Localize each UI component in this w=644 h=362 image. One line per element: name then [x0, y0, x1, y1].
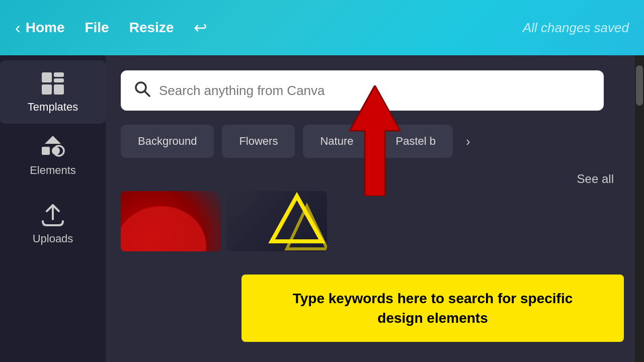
undo-button[interactable]: ↩: [194, 18, 207, 37]
home-label: Home: [26, 20, 65, 36]
file-button[interactable]: File: [85, 20, 109, 36]
see-all-row: See all: [121, 172, 629, 186]
svg-rect-5: [42, 147, 50, 155]
search-input[interactable]: [159, 83, 592, 99]
thumbnail-red: [121, 191, 221, 251]
sidebar-item-elements[interactable]: Elements: [0, 124, 106, 187]
chip-background[interactable]: Background: [121, 125, 214, 158]
content-panel: Background Flowers Nature Pastel b › See…: [106, 55, 644, 362]
search-bar[interactable]: [121, 70, 604, 111]
svg-rect-0: [42, 72, 52, 82]
thumbnail-yellow: [226, 191, 327, 251]
chips-row: Background Flowers Nature Pastel b ›: [121, 125, 629, 158]
svg-rect-2: [54, 78, 64, 82]
chip-nature[interactable]: Nature: [303, 125, 370, 158]
elements-label: Elements: [30, 164, 76, 177]
uploads-label: Uploads: [33, 232, 73, 245]
home-button[interactable]: ‹ Home: [15, 19, 64, 37]
header: ‹ Home File Resize ↩ All changes saved: [0, 0, 644, 55]
svg-rect-4: [54, 84, 64, 95]
scrollbar[interactable]: [635, 55, 644, 362]
main-area: Templates Elements Uploads: [0, 55, 644, 362]
chip-flowers[interactable]: Flowers: [222, 125, 295, 158]
sidebar: Templates Elements Uploads: [0, 55, 106, 362]
search-icon: [133, 79, 151, 102]
back-arrow-icon: ‹: [15, 19, 21, 37]
elements-icon: [40, 134, 66, 160]
resize-label: Resize: [129, 20, 174, 36]
chips-more-icon[interactable]: ›: [461, 129, 475, 154]
scrollbar-thumb: [636, 65, 643, 106]
svg-rect-3: [42, 84, 52, 95]
sidebar-item-uploads[interactable]: Uploads: [0, 192, 106, 255]
file-label: File: [85, 20, 109, 36]
save-status: All changes saved: [523, 20, 629, 36]
uploads-icon: [40, 202, 66, 228]
sidebar-item-templates[interactable]: Templates: [0, 60, 106, 124]
tooltip-box: Type keywords here to search for specifi…: [242, 275, 624, 342]
templates-icon: [40, 70, 66, 97]
thumbnails-area: [121, 191, 629, 251]
svg-rect-1: [54, 72, 64, 77]
resize-button[interactable]: Resize: [129, 20, 174, 36]
svg-point-10: [121, 206, 206, 251]
chip-pastel[interactable]: Pastel b: [378, 125, 453, 158]
svg-rect-7: [52, 147, 60, 155]
tooltip-text: Type keywords here to search for specifi…: [257, 289, 609, 328]
templates-label: Templates: [28, 101, 78, 114]
svg-line-9: [144, 91, 149, 96]
see-all-button[interactable]: See all: [577, 172, 614, 186]
